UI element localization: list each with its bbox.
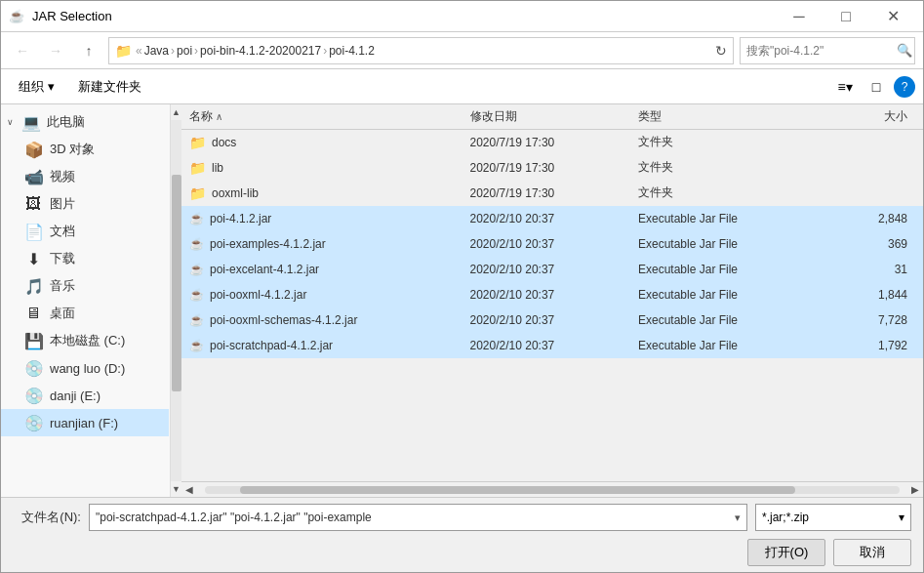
table-row[interactable]: ☕ poi-excelant-4.1.2.jar 2020/2/10 20:37… <box>181 257 923 282</box>
minimize-button[interactable]: ─ <box>777 1 822 32</box>
sidebar-item-picture[interactable]: 🖼 图片 <box>1 190 169 218</box>
new-folder-label: 新建文件夹 <box>78 78 141 96</box>
view-icon: ≡ <box>837 79 845 95</box>
file-list-header: 名称 ∧ 修改日期 类型 大小 <box>181 104 923 130</box>
view-button[interactable]: ≡ ▾ <box>831 73 859 101</box>
maximize-button[interactable]: □ <box>824 1 868 32</box>
filename-row: 文件名(N): "poi-scratchpad-4.1.2.jar" "poi-… <box>13 504 911 531</box>
sidebar-item-thispc[interactable]: ∨ 💻 此电脑 <box>1 108 169 136</box>
file-list: 名称 ∧ 修改日期 类型 大小 📁docs 2020/7/19 17:3 <box>181 104 923 497</box>
organize-label: 组织 <box>19 78 44 96</box>
jar-icon: ☕ <box>189 339 204 352</box>
help-icon: ? <box>902 80 908 94</box>
back-button[interactable]: ← <box>9 37 36 64</box>
sidebar-scroll-down[interactable]: ▼ <box>171 481 181 497</box>
table-row[interactable]: ☕ poi-ooxml-schemas-4.1.2.jar 2020/2/10 … <box>181 307 923 333</box>
title-bar: ☕ JAR Selection ─ □ ✕ <box>1 1 923 32</box>
filetype-dropdown-icon: ▾ <box>899 511 904 524</box>
close-button[interactable]: ✕ <box>870 1 915 32</box>
thispc-icon: 💻 <box>21 113 39 132</box>
sidebar-container: ∨ 💻 此电脑 📦 3D 对象 📹 视频 🖼 图片 📄 <box>1 104 181 497</box>
sidebar-item-document[interactable]: 📄 文档 <box>1 218 169 245</box>
sidebar-item-download-label: 下载 <box>50 250 75 267</box>
sidebar-item-driveD[interactable]: 💿 wang luo (D:) <box>1 354 169 382</box>
filetype-value: *.jar;*.zip <box>762 511 809 524</box>
table-row[interactable]: 📁docs 2020/7/19 17:30 文件夹 <box>181 130 923 155</box>
column-size[interactable]: 大小 <box>840 108 915 125</box>
sidebar-scroll-up[interactable]: ▲ <box>171 104 181 120</box>
filename-dropdown-icon: ▾ <box>735 512 741 524</box>
forward-button[interactable]: → <box>42 37 69 64</box>
sidebar-item-driveF-label: ruanjian (F:) <box>50 416 118 430</box>
sidebar-item-music-label: 音乐 <box>50 277 75 295</box>
search-input[interactable] <box>746 44 893 58</box>
open-button[interactable]: 打开(O) <box>747 539 825 566</box>
jar-icon: ☕ <box>189 288 204 302</box>
toolbar-right: ≡ ▾ □ ? <box>831 73 915 101</box>
search-box[interactable]: 🔍 <box>740 37 915 64</box>
new-folder-button[interactable]: 新建文件夹 <box>68 73 151 101</box>
address-path[interactable]: 📁 « Java › poi › poi-bin-4.1.2-20200217 … <box>108 37 734 64</box>
music-icon: 🎵 <box>24 277 42 296</box>
sidebar-item-3d[interactable]: 📦 3D 对象 <box>1 136 169 163</box>
help-button[interactable]: ? <box>894 76 915 98</box>
sidebar-item-download[interactable]: ⬇ 下载 <box>1 245 169 272</box>
picture-icon: 🖼 <box>24 195 42 213</box>
main-content: ∨ 💻 此电脑 📦 3D 对象 📹 视频 🖼 图片 📄 <box>1 104 923 497</box>
sidebar: ∨ 💻 此电脑 📦 3D 对象 📹 视频 🖼 图片 📄 <box>1 104 181 497</box>
filetype-select[interactable]: *.jar;*.zip ▾ <box>755 504 911 531</box>
document-icon: 📄 <box>24 223 42 241</box>
sidebar-item-desktop-label: 桌面 <box>50 305 75 322</box>
sidebar-item-video[interactable]: 📹 视频 <box>1 163 169 190</box>
folder-icon: 📁 <box>189 135 206 150</box>
horizontal-scrollbar[interactable]: ◀ ▶ <box>181 481 923 497</box>
sidebar-item-driveC-label: 本地磁盘 (C:) <box>50 332 125 349</box>
preview-button[interactable]: □ <box>863 73 890 101</box>
sidebar-item-picture-label: 图片 <box>50 195 75 213</box>
filename-input[interactable]: "poi-scratchpad-4.1.2.jar" "poi-4.1.2.ja… <box>89 504 747 531</box>
folder-icon: 📁 <box>189 185 206 201</box>
sidebar-item-music[interactable]: 🎵 音乐 <box>1 272 169 300</box>
sidebar-item-driveC[interactable]: 💾 本地磁盘 (C:) <box>1 327 169 354</box>
column-name-label: 名称 <box>189 108 213 125</box>
sidebar-item-thispc-label: 此电脑 <box>47 113 85 131</box>
hscroll-left-btn[interactable]: ◀ <box>181 482 197 497</box>
video-icon: 📹 <box>24 168 42 186</box>
jar-icon: ☕ <box>189 313 204 327</box>
window-icon: ☕ <box>9 9 24 24</box>
table-row[interactable]: ☕ poi-4.1.2.jar 2020/2/10 20:37 Executab… <box>181 206 923 231</box>
cancel-button[interactable]: 取消 <box>833 539 911 566</box>
column-date[interactable]: 修改日期 <box>470 108 639 125</box>
file-list-body: 📁docs 2020/7/19 17:30 文件夹 📁lib 2020/7/19… <box>181 130 923 481</box>
folder-icon: 📁 <box>189 160 206 176</box>
sidebar-item-driveE-label: danji (E:) <box>50 389 100 403</box>
search-icon: 🔍 <box>897 43 912 58</box>
organize-button[interactable]: 组织 ▾ <box>9 73 64 101</box>
table-row[interactable]: ☕ poi-examples-4.1.2.jar 2020/2/10 20:37… <box>181 231 923 257</box>
column-name[interactable]: 名称 ∧ <box>189 108 470 125</box>
sidebar-item-driveF[interactable]: 💿 ruanjian (F:) <box>1 409 169 436</box>
jar-icon: ☕ <box>189 212 204 225</box>
refresh-button[interactable]: ↻ <box>715 43 727 59</box>
table-row[interactable]: ☕ poi-ooxml-4.1.2.jar 2020/2/10 20:37 Ex… <box>181 282 923 307</box>
column-type[interactable]: 类型 <box>638 108 840 125</box>
driveD-icon: 💿 <box>24 359 42 378</box>
filename-value: "poi-scratchpad-4.1.2.jar" "poi-4.1.2.ja… <box>96 511 372 524</box>
table-row[interactable]: 📁ooxml-lib 2020/7/19 17:30 文件夹 <box>181 181 923 206</box>
3d-icon: 📦 <box>24 141 42 159</box>
address-bar: ← → ↑ 📁 « Java › poi › poi-bin-4.1.2-202… <box>1 32 923 69</box>
title-bar-left: ☕ JAR Selection <box>9 9 112 24</box>
up-button[interactable]: ↑ <box>75 37 102 64</box>
table-row[interactable]: 📁lib 2020/7/19 17:30 文件夹 <box>181 155 923 181</box>
window-title: JAR Selection <box>32 9 112 23</box>
folder-icon: 📁 <box>115 43 132 59</box>
bottom-bar: 文件名(N): "poi-scratchpad-4.1.2.jar" "poi-… <box>1 497 923 572</box>
jar-selection-window: ☕ JAR Selection ─ □ ✕ ← → ↑ 📁 « Java › p… <box>0 0 924 573</box>
sidebar-item-driveE[interactable]: 💿 danji (E:) <box>1 382 169 409</box>
sidebar-item-desktop[interactable]: 🖥 桌面 <box>1 300 169 327</box>
table-row[interactable]: ☕ poi-scratchpad-4.1.2.jar 2020/2/10 20:… <box>181 333 923 358</box>
view-arrow-icon: ▾ <box>846 79 853 95</box>
toolbar: 组织 ▾ 新建文件夹 ≡ ▾ □ ? <box>1 69 923 104</box>
sidebar-item-document-label: 文档 <box>50 223 75 240</box>
hscroll-right-btn[interactable]: ▶ <box>907 482 923 497</box>
